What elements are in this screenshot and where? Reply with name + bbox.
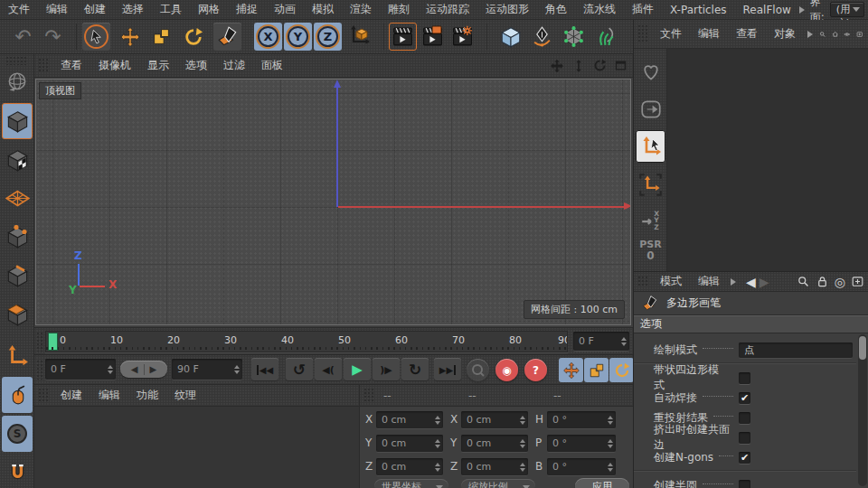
pos-x-spinner[interactable]: [435, 416, 440, 425]
rot-b-spinner[interactable]: [608, 463, 613, 472]
menu-sculpt[interactable]: 雕刻: [380, 0, 418, 19]
size-x-spinner[interactable]: [520, 416, 525, 425]
om-grip[interactable]: [637, 24, 648, 44]
vp-menu-options[interactable]: 选项: [177, 56, 215, 75]
render-picture-viewer-button[interactable]: [419, 23, 447, 51]
menu-select[interactable]: 选择: [114, 0, 152, 19]
help-button[interactable]: ?: [524, 359, 547, 381]
am-menu-edit[interactable]: 编辑: [690, 272, 728, 291]
texture-mode-button[interactable]: [2, 142, 33, 178]
tweak-mode-button[interactable]: [2, 377, 33, 413]
am-search-icon[interactable]: [797, 275, 810, 288]
play-forwards-loop-button[interactable]: ↻: [401, 358, 429, 381]
prev-frame-button[interactable]: ◀: [131, 364, 138, 374]
pos-z-spinner[interactable]: [435, 463, 440, 472]
vp-menu-filter[interactable]: 过滤: [215, 56, 253, 75]
checkbox[interactable]: [739, 372, 750, 384]
rot-h-field[interactable]: 0 °: [547, 411, 616, 428]
keyframe-rotate-toggle[interactable]: [609, 358, 634, 382]
lock-icon[interactable]: [816, 275, 829, 288]
keyframe-position-toggle[interactable]: [559, 358, 583, 382]
menu-simulate[interactable]: 模拟: [304, 0, 342, 19]
pos-y-spinner[interactable]: [435, 439, 440, 448]
checkbox[interactable]: ✔: [739, 392, 750, 404]
om-axis-brackets-button[interactable]: [636, 166, 665, 202]
next-key-button[interactable]: )▶: [373, 358, 400, 381]
menu-motion-tracker[interactable]: 运动跟踪: [418, 0, 477, 19]
play-button[interactable]: ▶: [344, 358, 371, 381]
start-frame-field[interactable]: 0 F: [45, 359, 116, 380]
size-x-field[interactable]: 0 cm: [461, 411, 528, 428]
palette-grip[interactable]: [5, 56, 28, 65]
rot-b-field[interactable]: 0 °: [547, 458, 616, 475]
keyframe-scale-toggle[interactable]: [584, 358, 609, 382]
snap-toggle-button[interactable]: [2, 455, 33, 488]
checkbox[interactable]: ✔: [739, 452, 750, 464]
polygons-mode-button[interactable]: [2, 296, 33, 333]
om-layer-browser-button[interactable]: [636, 92, 665, 127]
menu-realflow[interactable]: RealFlow: [735, 2, 799, 18]
set-keyframe-button[interactable]: [467, 359, 489, 381]
am-add-panel-icon[interactable]: [851, 275, 864, 288]
om-menu-file[interactable]: 文件: [652, 24, 690, 43]
rot-p-field[interactable]: 0 °: [547, 435, 616, 452]
start-frame-spinner[interactable]: [108, 365, 113, 374]
om-menu-view[interactable]: 查看: [728, 24, 766, 43]
coordinate-system-button[interactable]: [345, 23, 373, 51]
checkbox[interactable]: [739, 480, 750, 488]
menu-animate[interactable]: 动画: [266, 0, 304, 19]
am-scrollbar[interactable]: [858, 334, 867, 486]
autokey-record-button[interactable]: ◉: [495, 359, 518, 381]
size-z-spinner[interactable]: [520, 463, 525, 472]
vp-pan-icon[interactable]: [550, 59, 564, 73]
home-icon[interactable]: [832, 27, 839, 42]
om-favorites-button[interactable]: [636, 54, 665, 89]
y-axis-lock-button[interactable]: Y: [284, 23, 312, 51]
end-frame-field[interactable]: 90 F: [172, 359, 242, 380]
menu-create[interactable]: 创建: [76, 0, 114, 19]
points-mode-button[interactable]: [2, 219, 33, 255]
mat-menu-function[interactable]: 功能: [128, 386, 166, 405]
menu-xparticles[interactable]: X-Particles: [662, 2, 735, 18]
material-grip[interactable]: [38, 388, 49, 402]
om-psr-reset-button[interactable]: PSR 0: [636, 235, 665, 266]
history-back-icon[interactable]: ◀: [746, 275, 756, 289]
model-mode-button[interactable]: [2, 103, 33, 139]
goto-start-button[interactable]: ◀◀: [251, 358, 278, 381]
x-axis-lock-button[interactable]: X: [254, 23, 282, 51]
mat-menu-create[interactable]: 创建: [52, 386, 90, 405]
rot-p-spinner[interactable]: [608, 439, 613, 448]
menu-file[interactable]: 文件: [0, 0, 38, 19]
goto-end-button[interactable]: ▶▶: [434, 358, 461, 381]
search-icon[interactable]: [819, 27, 826, 42]
am-menu-overflow-icon[interactable]: [731, 278, 736, 286]
menu-character[interactable]: 角色: [537, 0, 575, 19]
checkbox[interactable]: [739, 412, 750, 424]
mat-menu-texture[interactable]: 纹理: [166, 386, 204, 405]
timeline-grip[interactable]: [36, 332, 43, 352]
last-used-tool-button[interactable]: [213, 23, 241, 51]
am-grip[interactable]: [637, 276, 648, 287]
render-view-button[interactable]: [389, 23, 417, 51]
play-backwards-button[interactable]: ↺: [286, 358, 313, 381]
prev-key-button[interactable]: ◀(: [315, 358, 342, 381]
viewport-canvas[interactable]: 顶视图 Z X Y 网格间距 : 100 cm: [35, 79, 631, 325]
menu-pipeline[interactable]: 流水线: [575, 0, 624, 19]
size-z-field[interactable]: 0 cm: [461, 458, 528, 475]
transport-grip[interactable]: [36, 360, 43, 380]
workplane-mode-button[interactable]: [2, 181, 33, 215]
object-list-area[interactable]: [667, 49, 868, 271]
vp-menu-camera[interactable]: 摄像机: [90, 56, 139, 75]
menu-snap[interactable]: 捕捉: [228, 0, 266, 19]
interface-expand-icon[interactable]: [799, 6, 805, 14]
draw-mode-dropdown[interactable]: 点: [739, 343, 853, 358]
checkbox[interactable]: [739, 432, 750, 444]
menu-mesh[interactable]: 网格: [190, 0, 228, 19]
viewport-grip[interactable]: [38, 58, 49, 74]
pos-x-field[interactable]: 0 cm: [376, 411, 443, 428]
menu-mograph[interactable]: 运动图形: [477, 0, 537, 19]
coordinates-grip[interactable]: [363, 388, 374, 402]
move-tool-button[interactable]: [116, 23, 144, 51]
add-hair-button[interactable]: [591, 23, 619, 51]
vp-menu-display[interactable]: 显示: [139, 56, 177, 75]
